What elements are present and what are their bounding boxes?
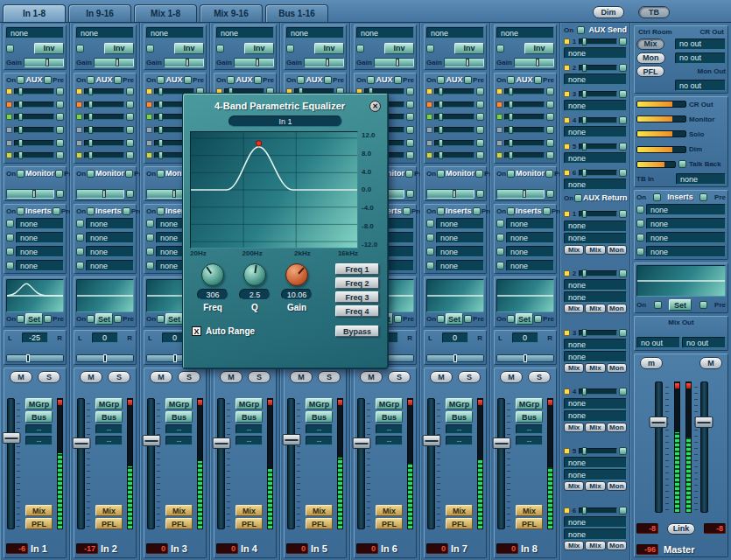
- aux-send-slider[interactable]: [14, 88, 54, 94]
- eq-pre-button[interactable]: [44, 315, 52, 323]
- input-on-button[interactable]: [6, 45, 14, 52]
- gain-slider-thumb[interactable]: [466, 59, 469, 66]
- inserts-on-button[interactable]: [157, 207, 165, 215]
- insert-on-button[interactable]: [146, 220, 154, 228]
- inserts-on-button[interactable]: [17, 207, 25, 215]
- fader-cap[interactable]: [2, 432, 20, 444]
- aux-return-thumb[interactable]: [582, 447, 587, 455]
- insert-on-button[interactable]: [6, 234, 14, 242]
- aux-send-master-thumb[interactable]: [582, 143, 587, 150]
- aux-send-toggle[interactable]: [126, 126, 134, 134]
- aux-send-slider[interactable]: [14, 140, 54, 146]
- aux-send-slider[interactable]: [504, 127, 545, 133]
- master-fader-left[interactable]: [655, 382, 663, 513]
- aux-send-thumb[interactable]: [509, 151, 513, 159]
- inserts-pre-button[interactable]: [53, 207, 60, 215]
- aux-send-toggle[interactable]: [126, 113, 134, 121]
- channel-fader[interactable]: [77, 398, 85, 529]
- eq-pre-button[interactable]: [464, 315, 472, 323]
- channel-fader[interactable]: [217, 398, 225, 529]
- aux-on-button[interactable]: [227, 76, 235, 84]
- view-tab[interactable]: Bus 1-16: [265, 4, 328, 22]
- monitor-slider-thumb[interactable]: [453, 190, 456, 198]
- aux-return-input-select[interactable]: none: [564, 339, 627, 350]
- solo-button[interactable]: S: [458, 371, 481, 383]
- pfl-button[interactable]: PFL: [306, 518, 333, 529]
- mix-button[interactable]: Mix: [235, 505, 263, 516]
- aux-on-button[interactable]: [437, 76, 445, 84]
- pfl-button[interactable]: PFL: [376, 518, 403, 529]
- insert-select[interactable]: none: [506, 232, 554, 243]
- fader-cap[interactable]: [142, 435, 160, 446]
- aux-pre-button[interactable]: [534, 76, 542, 84]
- pan-thumb[interactable]: [453, 354, 457, 362]
- pfl-button[interactable]: PFL: [516, 518, 543, 529]
- aux-send-slider[interactable]: [434, 140, 474, 146]
- monitor-toggle[interactable]: [126, 190, 134, 198]
- return-mix-right-button[interactable]: Mix: [585, 363, 605, 373]
- return-mix-left-button[interactable]: Mix: [564, 245, 584, 255]
- aux-send-master-slider[interactable]: [579, 170, 617, 176]
- eq-graph[interactable]: [190, 131, 358, 248]
- bus-button[interactable]: Bus: [446, 411, 473, 423]
- monitor-slider-thumb[interactable]: [523, 190, 526, 198]
- aux-send-toggle[interactable]: [546, 101, 554, 108]
- aux-return-slider[interactable]: [579, 508, 617, 514]
- insert-on-button[interactable]: [426, 234, 434, 242]
- pfl-button[interactable]: PFL: [165, 518, 193, 529]
- return-mix-left-button[interactable]: Mix: [564, 423, 584, 432]
- aux-send-thumb[interactable]: [439, 139, 443, 147]
- aux-send-on-toggle[interactable]: [619, 90, 627, 98]
- aux-return-slider[interactable]: [579, 448, 617, 454]
- bus-assign-2[interactable]: --: [235, 436, 263, 445]
- aux-send-thumb[interactable]: [509, 139, 513, 147]
- inserts-pre-button[interactable]: [403, 207, 411, 215]
- aux-return-thumb[interactable]: [582, 388, 587, 396]
- eq-channel-select[interactable]: In 1: [228, 116, 342, 127]
- invert-button[interactable]: Inv: [384, 43, 414, 54]
- aux-return-master-on[interactable]: [574, 194, 582, 202]
- master-eq-display[interactable]: [636, 265, 726, 297]
- freq3-button[interactable]: Freq 3: [335, 291, 379, 303]
- aux-return-on-toggle[interactable]: [619, 270, 627, 277]
- mix-out-right-select[interactable]: no out: [682, 337, 726, 348]
- link-button[interactable]: Link: [667, 523, 696, 535]
- return-mon-button[interactable]: Mon: [607, 541, 627, 550]
- bus-assign-2[interactable]: --: [306, 436, 333, 445]
- aux-return-input-select[interactable]: none: [564, 220, 627, 232]
- aux-return-thumb[interactable]: [582, 329, 587, 337]
- gain-slider-thumb[interactable]: [116, 59, 119, 66]
- aux-send-thumb[interactable]: [439, 151, 443, 159]
- mute-button[interactable]: M: [500, 371, 523, 383]
- solo-button[interactable]: S: [388, 371, 411, 383]
- inserts-on-button[interactable]: [507, 207, 515, 215]
- channel-fader[interactable]: [497, 398, 505, 529]
- monitor-toggle[interactable]: [406, 190, 414, 198]
- aux-send-thumb[interactable]: [158, 151, 163, 159]
- aux-send-master-slider[interactable]: [579, 144, 617, 150]
- aux-return-on-toggle[interactable]: [619, 210, 627, 218]
- talkback-button[interactable]: [678, 160, 686, 168]
- gain-slider-thumb[interactable]: [46, 59, 49, 66]
- fader-cap[interactable]: [212, 438, 230, 449]
- aux-send-thumb[interactable]: [158, 113, 163, 121]
- return-mix-right-button[interactable]: Mix: [585, 245, 605, 255]
- mute-button[interactable]: M: [360, 371, 383, 383]
- return-mix-left-button[interactable]: Mix: [564, 541, 584, 550]
- pan-thumb[interactable]: [103, 354, 107, 362]
- mon-output-select[interactable]: no out: [675, 80, 726, 91]
- bus-assign-1[interactable]: --: [306, 424, 333, 434]
- insert-on-button[interactable]: [496, 262, 504, 270]
- insert-select[interactable]: none: [86, 260, 134, 271]
- aux-on-button[interactable]: [157, 76, 165, 84]
- solo-level-slider[interactable]: [636, 130, 686, 137]
- gain-slider-thumb[interactable]: [536, 59, 539, 66]
- monitor-on-button[interactable]: [17, 170, 25, 178]
- aux-send-master-thumb[interactable]: [582, 38, 587, 46]
- bus-assign-1[interactable]: --: [376, 424, 403, 434]
- master-insert-on-button[interactable]: [636, 234, 644, 242]
- insert-on-button[interactable]: [146, 248, 154, 256]
- aux-send-toggle[interactable]: [546, 88, 554, 95]
- input-on-button[interactable]: [216, 45, 224, 52]
- aux-send-master-thumb[interactable]: [582, 64, 587, 72]
